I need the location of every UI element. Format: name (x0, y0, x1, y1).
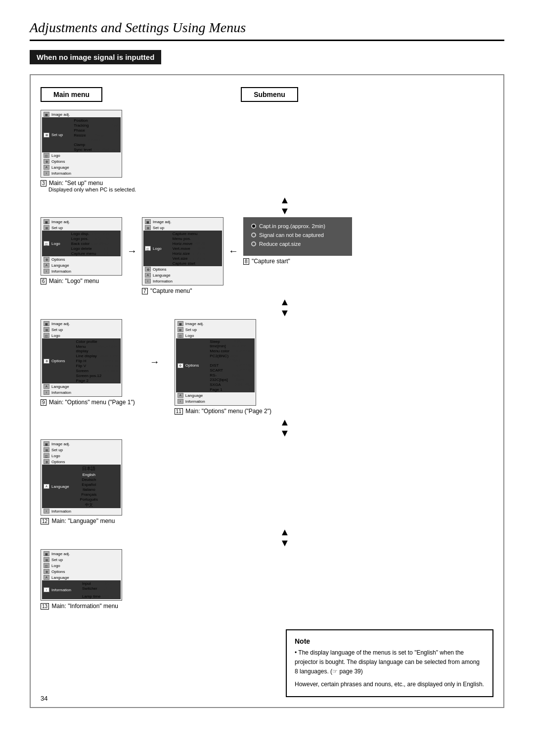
options-p1-block: ▦ Image adj. ⊞ Set up ◫ Logo ⚙ Options C… (41, 319, 135, 406)
item-synclevel: Sync levelLow ●Std High (73, 147, 119, 152)
menu-row-logo: ◫ Logo (42, 152, 121, 158)
icon-logo: ◫ (44, 153, 49, 158)
arrow-right-9-11: → (150, 356, 160, 368)
mini-menu-logo: ▦ Image adj. ⊞ Set up ◫ Logo Logo disp.O… (41, 217, 122, 276)
menu-row-imageadj: ▦ Image adj. (42, 111, 121, 117)
item-position: Position■■■■ (73, 118, 119, 123)
logo-icon-imageadj: ▦ (44, 219, 49, 224)
arrow-right-6-7: → (127, 245, 137, 257)
capture-option-1: Capt.in prog.(approx. 2min) (251, 223, 344, 229)
logo-menu-block: ▦ Image adj. ⊞ Set up ◫ Logo Logo disp.O… (41, 217, 122, 284)
menu-row-setup: ⊞ Set up Position■■■■ Tracking123 Phase1… (42, 117, 121, 152)
caption-8: 8 "Capture start" (243, 258, 290, 265)
mini-menu-info: ▦ Image adj. ⊞ Set up ◫ Logo ⚙ Options A (41, 549, 122, 601)
caption-13: 13 Main: "Information" menu (41, 603, 118, 610)
logo-capture-row: ▦ Image adj. ⊞ Set up ◫ Logo Logo disp.O… (41, 217, 493, 294)
info-row: ▦ Image adj. ⊞ Set up ◫ Logo ⚙ Options A (41, 549, 493, 610)
note-box: Note • The display language of the menus… (286, 629, 493, 697)
options-row: ▦ Image adj. ⊞ Set up ◫ Logo ⚙ Options C… (41, 319, 493, 415)
caption-3: 3 Main: "Set up" menu (41, 180, 278, 187)
capture-start-box: Capt.in prog.(approx. 2min) Signal can n… (243, 217, 352, 256)
mini-menu-options-p1: ▦ Image adj. ⊞ Set up ◫ Logo ⚙ Options C… (41, 319, 122, 397)
circle-2 (251, 233, 256, 237)
mini-menu-capture: ▦ Image adj. ⊞ Set up ◫ Logo Capture men… (142, 217, 223, 285)
caption-11: 11 Main: "Options" menu ("Page 2") (175, 408, 271, 415)
num-3: 3 (41, 180, 46, 187)
icon-options: ⚙ (44, 159, 49, 164)
arrow-after-6: ▲ ▼ (76, 296, 493, 318)
item-resize: Resize●1:1 Panel ●Aspect (73, 133, 119, 142)
mini-menu-setup: ▦ Image adj. ⊞ Set up Position■■■■ Track… (41, 110, 122, 178)
caption-3-text: Main: "Set up" menu (49, 180, 103, 187)
note-para-1: • The display language of the menus is s… (295, 648, 485, 677)
icon-setup: ⊞ (44, 133, 49, 138)
label-language: Language (51, 165, 69, 170)
page-number: 34 (41, 695, 47, 702)
options-p2-block: ▦ Image adj. ⊞ Set up ◫ Logo ⚙ Options S… (175, 319, 271, 415)
logo-row-imageadj: ▦ Image adj. (42, 219, 121, 225)
item-tracking: Tracking123 (73, 123, 119, 128)
setup-menu-display: ▦ Image adj. ⊞ Set up Position■■■■ Track… (41, 110, 278, 178)
capture-option-3: Reduce capt.size (251, 241, 344, 247)
logo-row-logo: ◫ Logo Logo disp.OFF ●ON Logo pos.◄►▲▼ B… (42, 231, 121, 256)
clearfix: Note • The display language of the menus… (41, 619, 493, 697)
icon-imageadj: ▦ (44, 112, 49, 117)
menu-row-info: i Information (42, 170, 121, 176)
label-setup: Set up (51, 133, 63, 137)
arrow-after-12: ▲ ▼ (76, 526, 493, 548)
circle-3 (251, 241, 256, 246)
label-logo: Logo (51, 153, 60, 158)
menu-labels-row: Main menu Submenu (41, 87, 493, 102)
capture-start-block: Capt.in prog.(approx. 2min) Signal can n… (243, 217, 352, 265)
menu-row-language: A Language (42, 164, 121, 170)
item-clamp: Clamp (73, 142, 119, 147)
left-col-setup: ▦ Image adj. ⊞ Set up Position■■■■ Track… (41, 110, 278, 192)
note-para-2: However, certain phrases and nouns, etc.… (295, 680, 485, 689)
main-content: Main menu Submenu ▦ Image adj. ⊞ Set up (30, 74, 504, 708)
logo-row-setup: ⊞ Set up (42, 225, 121, 231)
section-header: When no image signal is inputted (30, 50, 161, 64)
setup-content: Position■■■■ Tracking123 Phase12 Resize●… (73, 118, 119, 152)
menu-row-options: ⚙ Options (42, 158, 121, 164)
info-menu-block: ▦ Image adj. ⊞ Set up ◫ Logo ⚙ Options A (41, 549, 122, 610)
icon-info: i (44, 171, 49, 176)
main-menu-label: Main menu (41, 87, 102, 102)
caption-9: 9 Main: "Options" menu ("Page 1") (41, 399, 135, 406)
mini-menu-language: ▦ Image adj. ⊞ Set up ◫ Logo ⚙ Options A (41, 439, 122, 516)
item-phase: Phase12 (73, 128, 119, 133)
label-options: Options (51, 159, 65, 164)
arrow-down-3: ▼ (280, 205, 290, 216)
caption-7: 7 "Capture menu" (142, 287, 192, 294)
circle-1 (251, 224, 256, 229)
setup-menu-row: ▦ Image adj. ⊞ Set up Position■■■■ Track… (41, 110, 493, 192)
arrow-left-7-8: ← (228, 245, 238, 257)
language-menu-block: ▦ Image adj. ⊞ Set up ◫ Logo ⚙ Options A (41, 439, 122, 524)
language-row: ▦ Image adj. ⊞ Set up ◫ Logo ⚙ Options A (41, 439, 493, 524)
mini-menu-options-p2: ▦ Image adj. ⊞ Set up ◫ Logo ⚙ Options S… (175, 319, 256, 406)
capture-menu-block: ▦ Image adj. ⊞ Set up ◫ Logo Capture men… (142, 217, 223, 294)
label-info: Information (51, 171, 71, 176)
icon-language: A (44, 165, 49, 170)
caption-6: 6 Main: "Logo" menu (41, 278, 99, 284)
label-imageadj: Image adj. (51, 112, 70, 117)
logo-icon-logo: ◫ (44, 241, 49, 246)
note-text: • The display language of the menus is s… (295, 648, 485, 689)
logo-icon-setup: ⊞ (44, 225, 49, 230)
submenu-label: Submenu (241, 87, 298, 102)
caption-12: 12 Main: "Language" menu (41, 518, 115, 524)
note-title: Note (295, 637, 485, 645)
arrow-after-3: ▲ ▼ (76, 194, 493, 216)
arrow-after-9: ▲ ▼ (76, 417, 493, 438)
arrow-up-3: ▲ (280, 194, 290, 205)
page-title: Adjustments and Settings Using Menus (30, 20, 504, 41)
capture-option-2: Signal can not be captured (251, 232, 344, 238)
caption-3-sub: Displayed only when PC is selected. (48, 187, 278, 192)
